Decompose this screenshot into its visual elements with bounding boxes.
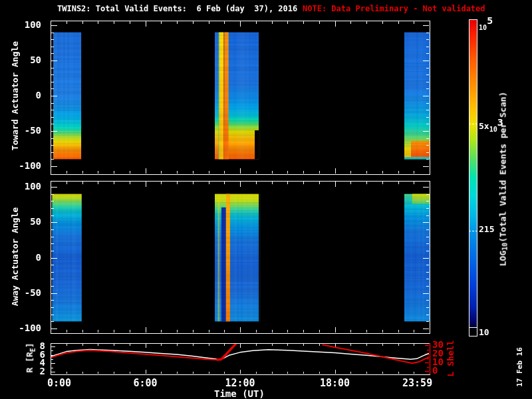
y-tick-label-toward: -100: [15, 161, 41, 170]
colorbar-tick-label: 10: [479, 328, 489, 336]
colorbar-tick-label: 5x103: [479, 118, 503, 133]
y-tick-label-toward: 100: [15, 20, 41, 29]
spectrogram-canvas: [0, 0, 532, 399]
y-tick-label-toward: 50: [15, 55, 41, 65]
time-tick-label: 12:00: [213, 378, 267, 388]
twins2-plot-window: TWINS2: Total Valid Events: 6 Feb (day 3…: [0, 0, 532, 399]
time-tick-label: 18:00: [309, 378, 362, 388]
colorbar-tick-label: 105: [479, 16, 493, 31]
page-title: TWINS2: Total Valid Events: 6 Feb (day 3…: [57, 5, 297, 13]
y-tick-label-away: 0: [15, 253, 41, 262]
time-tick-label: 23:59: [391, 378, 444, 388]
time-tick-label: 0:00: [33, 378, 86, 388]
y-tick-label-away: 50: [15, 217, 41, 226]
y-tick-label-toward: 0: [15, 90, 41, 100]
preliminary-note: NOTE: Data Preliminary - Not validated: [303, 5, 485, 13]
y-tick-label-away: -100: [15, 323, 41, 332]
r-tick-label: 2: [20, 366, 45, 376]
date-stamp: 17 Feb 16: [516, 347, 523, 387]
time-tick-label: 6:00: [119, 378, 172, 388]
y-tick-label-toward: -50: [15, 126, 41, 135]
y-tick-label-away: -50: [15, 288, 41, 297]
time-axis-title: Time (UT): [214, 389, 265, 398]
l-shell-tick-label: 0: [432, 366, 438, 375]
colorbar-tick-label: 215: [479, 225, 494, 233]
y-tick-label-away: 100: [15, 182, 41, 191]
l-shell-axis-title: L Shell: [446, 340, 455, 377]
